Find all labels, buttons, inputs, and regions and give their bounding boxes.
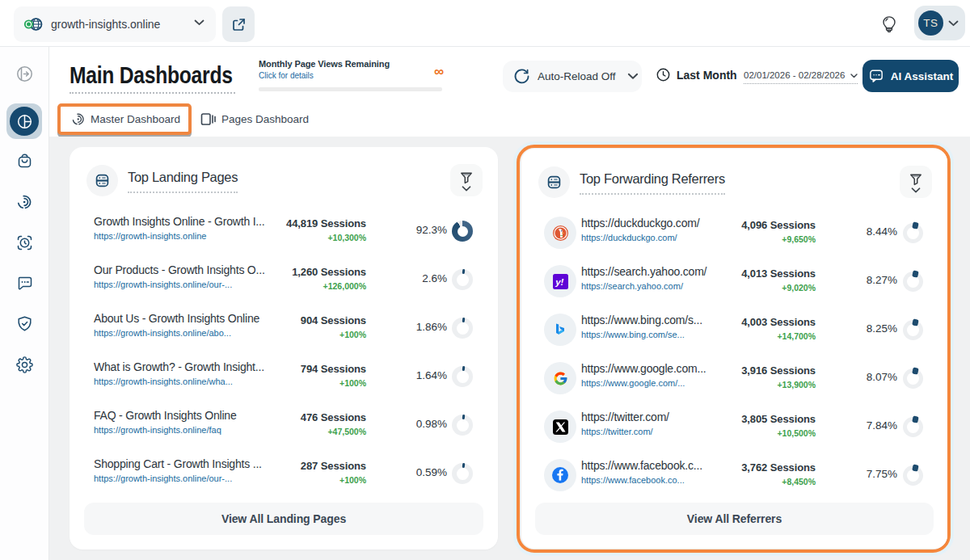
svg-text:y!: y! [555,276,563,286]
